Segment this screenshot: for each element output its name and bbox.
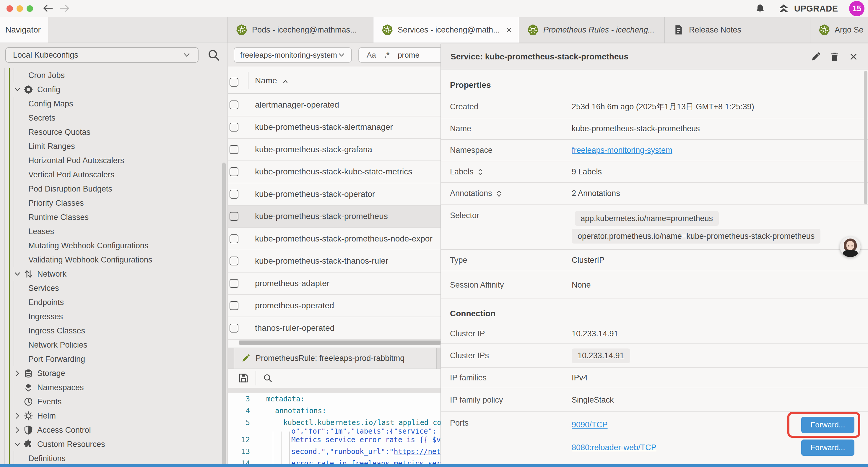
sidebar-item[interactable]: Definitions (0, 451, 227, 466)
sidebar-item[interactable]: Horizontal Pod Autoscalers (0, 153, 227, 168)
table-row[interactable]: kube-prometheus-stack-grafana (228, 139, 441, 161)
forward-button[interactable]: Forward... (801, 417, 855, 433)
sidebar-item[interactable]: Network Policies (0, 338, 227, 352)
sidebar-item[interactable]: Port Forwarding (0, 352, 227, 366)
sort-ascending-icon[interactable] (282, 78, 289, 85)
row-checkbox[interactable] (229, 257, 239, 265)
name-column-header[interactable]: Name (255, 76, 277, 85)
back-arrow-icon[interactable] (42, 4, 54, 13)
table-row[interactable]: kube-prometheus-stack-thanos-ruler (228, 250, 441, 273)
tree-chevron-icon[interactable] (13, 384, 21, 391)
sidebar-item[interactable]: Access Control (0, 423, 227, 437)
match-case-toggle[interactable]: Aa (367, 51, 376, 60)
sidebar-item[interactable]: Namespaces (0, 380, 227, 395)
tree-chevron-icon[interactable] (13, 86, 21, 93)
row-checkbox[interactable] (229, 279, 239, 288)
table-row[interactable]: prometheus-operated (228, 295, 441, 317)
table-row[interactable]: prometheus-adapter (228, 272, 441, 295)
sidebar-search-icon[interactable] (207, 48, 220, 62)
user-avatar[interactable] (840, 236, 861, 257)
row-checkbox[interactable] (229, 167, 239, 176)
row-checkbox[interactable] (229, 100, 239, 109)
sidebar-item[interactable]: Resource Quotas (0, 125, 227, 139)
sidebar-item[interactable]: Leases (0, 224, 227, 238)
sidebar-item[interactable]: Mutating Webhook Configurations (0, 238, 227, 253)
kubeconfig-selector[interactable]: Local Kubeconfigs (5, 47, 198, 63)
port-link[interactable]: 9090/TCP (572, 420, 608, 430)
upgrade-button[interactable]: UPGRADE (778, 2, 838, 15)
editor-search-icon[interactable] (262, 373, 273, 383)
namespace-link[interactable]: freeleaps-monitoring-system (572, 146, 673, 155)
table-row[interactable]: kube-prometheus-stack-prometheus-node-ex… (228, 228, 441, 250)
row-checkbox[interactable] (229, 123, 239, 132)
expand-sort-icon[interactable] (477, 168, 484, 176)
app-tab[interactable]: Pods - icecheng@mathmas... (228, 17, 373, 42)
tree-chevron-icon[interactable] (13, 370, 21, 377)
row-checkbox[interactable] (229, 324, 239, 332)
sidebar-item[interactable]: Priority Classes (0, 196, 227, 210)
yaml-editor[interactable]: 3 metadata: 4 annotations: 5 kubectl.kub… (228, 393, 441, 467)
code-line[interactable]: 3 metadata: (228, 393, 441, 405)
app-tab[interactable]: Services - icecheng@math... (373, 17, 519, 42)
sidebar-item[interactable]: Vertical Pod Autoscalers (0, 168, 227, 182)
app-tab[interactable]: Release Notes (665, 17, 810, 42)
sidebar-item[interactable]: Limit Ranges (0, 139, 227, 153)
notification-count-badge[interactable]: 15 (849, 1, 864, 16)
sidebar-item[interactable]: Services (0, 281, 227, 295)
table-row[interactable]: kube-prometheus-stack-operator (228, 183, 441, 206)
annotations-value[interactable]: 2 Annotations (572, 189, 620, 198)
traffic-light-close[interactable] (6, 5, 13, 12)
sidebar-item[interactable]: Pod Disruption Budgets (0, 182, 227, 196)
editor-tab[interactable]: PrometheusRule: freeleaps-prod-rabbitmq (234, 348, 437, 369)
table-row[interactable]: kube-prometheus-stack-kube-state-metrics (228, 161, 441, 183)
row-checkbox[interactable] (229, 234, 239, 243)
sidebar-item[interactable]: Network (0, 267, 227, 281)
sidebar-item[interactable]: Helm (0, 409, 227, 423)
regex-toggle[interactable]: .* (384, 51, 390, 60)
save-icon[interactable] (238, 372, 249, 384)
code-line[interactable]: 12 Metrics service error rate is {{ $va (228, 434, 441, 446)
namespace-selector[interactable]: freeleaps-monitoring-system (234, 47, 352, 63)
forward-button[interactable]: Forward... (801, 439, 855, 456)
row-checkbox[interactable] (229, 190, 239, 199)
sidebar-item[interactable]: Ingress Classes (0, 324, 227, 338)
horizontal-scrollbar[interactable] (239, 341, 441, 345)
row-checkbox[interactable] (229, 145, 239, 154)
table-row[interactable]: kube-prometheus-stack-prometheus (228, 206, 441, 228)
code-line[interactable]: 4 annotations: (228, 405, 441, 417)
details-scrollbar[interactable] (864, 71, 867, 204)
port-link[interactable]: 8080:reloader-web/TCP (572, 443, 656, 452)
code-line[interactable]: 13 second.","runbook_url":"https://net (228, 446, 441, 458)
sidebar-item[interactable]: Secrets (0, 111, 227, 125)
edit-pencil-icon[interactable] (811, 52, 821, 62)
close-icon[interactable] (848, 52, 859, 62)
traffic-light-maximize[interactable] (27, 5, 33, 12)
tree-chevron-icon[interactable] (13, 426, 21, 434)
tree-chevron-icon[interactable] (13, 412, 21, 420)
navigator-panel-tab[interactable]: Navigator (0, 17, 48, 42)
sidebar-item[interactable]: Config Maps (0, 97, 227, 111)
sidebar-item[interactable]: Events (0, 395, 227, 409)
sidebar-item[interactable]: Config (0, 83, 227, 97)
notifications-bell-icon[interactable] (755, 4, 765, 13)
services-search-input[interactable]: Aa .* prome (359, 47, 441, 63)
tree-chevron-icon[interactable] (13, 440, 21, 448)
tab-close-icon[interactable] (505, 26, 513, 34)
sidebar-item[interactable]: Cron Jobs (0, 68, 227, 83)
code-link[interactable]: https://net (394, 447, 441, 456)
sidebar-item[interactable]: Validating Webhook Configurations (0, 253, 227, 267)
labels-value[interactable]: 9 Labels (572, 167, 602, 176)
expand-sort-icon[interactable] (496, 189, 502, 198)
table-row[interactable]: alertmanager-operated (228, 94, 441, 116)
row-checkbox[interactable] (229, 301, 239, 310)
app-tab[interactable]: Argo Se (810, 17, 868, 42)
sidebar-item[interactable]: Storage (0, 366, 227, 380)
sidebar-item[interactable]: Endpoints (0, 295, 227, 310)
sidebar-item[interactable]: Custom Resources (0, 437, 227, 451)
forward-arrow-icon[interactable] (59, 4, 70, 13)
table-row[interactable]: thanos-ruler-operated (228, 317, 441, 340)
tree-chevron-icon[interactable] (13, 398, 21, 406)
sidebar-item[interactable]: Ingresses (0, 310, 227, 324)
delete-trash-icon[interactable] (830, 52, 840, 62)
app-tab[interactable]: Prometheus Rules - icecheng... (519, 17, 665, 42)
